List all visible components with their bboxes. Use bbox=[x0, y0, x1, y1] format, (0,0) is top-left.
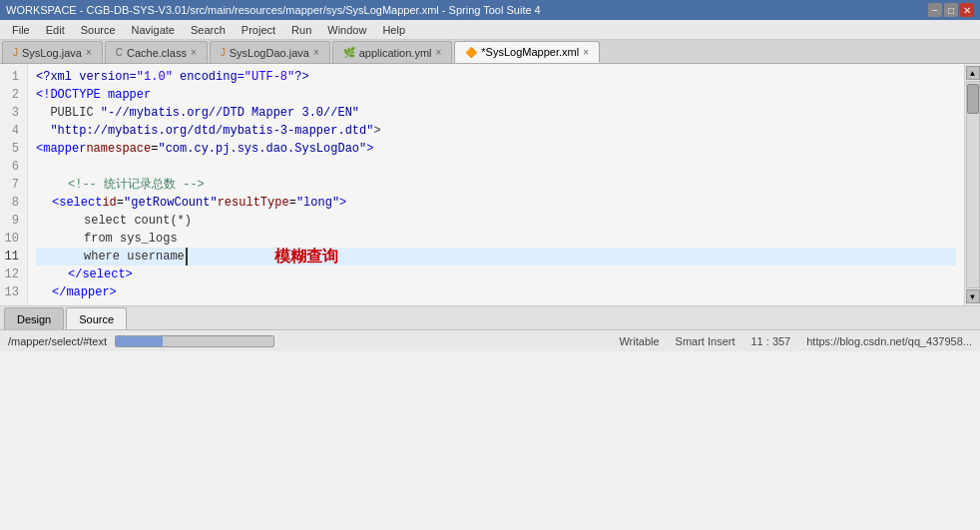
progress-fill bbox=[116, 336, 163, 346]
tab-icon-3: 🌿 bbox=[343, 47, 355, 58]
progress-bar bbox=[115, 335, 274, 347]
tab-label-2: SysLogDao.java bbox=[230, 47, 309, 59]
line-number-5: 5 bbox=[2, 140, 23, 158]
code-line-8: <select id="getRowCount" resultType="lon… bbox=[36, 194, 956, 212]
menu-item-run[interactable]: Run bbox=[283, 22, 319, 38]
tab-label-1: Cache.class bbox=[127, 47, 187, 59]
tab-syslogdao-java[interactable]: JSysLogDao.java× bbox=[210, 41, 330, 63]
tab-syslog-java[interactable]: JSysLog.java× bbox=[2, 41, 103, 63]
line-number-7: 7 bbox=[2, 176, 23, 194]
scroll-up-button[interactable]: ▲ bbox=[966, 66, 980, 80]
line-number-1: 1 bbox=[2, 68, 23, 86]
maximize-button[interactable]: □ bbox=[944, 3, 958, 17]
code-line-6 bbox=[36, 158, 956, 176]
line-number-8: 8 bbox=[2, 194, 23, 212]
status-url: https://blog.csdn.net/qq_437958... bbox=[806, 335, 972, 347]
line-number-6: 6 bbox=[2, 158, 23, 176]
code-line-11: where username 模糊查询 bbox=[36, 248, 956, 265]
tab-label-4: *SysLogMapper.xml bbox=[481, 46, 579, 58]
bottom-tabs: DesignSource bbox=[0, 305, 980, 329]
code-line-12: </select> bbox=[36, 265, 956, 283]
tab-label-3: application.yml bbox=[359, 47, 432, 59]
line-number-3: 3 bbox=[2, 104, 23, 122]
scroll-down-button[interactable]: ▼ bbox=[966, 289, 980, 303]
menu-item-navigate[interactable]: Navigate bbox=[124, 22, 183, 38]
title-text: WORKSPACE - CGB-DB-SYS-V3.01/src/main/re… bbox=[6, 4, 541, 16]
tab-application-yml[interactable]: 🌿application.yml× bbox=[332, 41, 453, 63]
status-position: 11 : 357 bbox=[750, 335, 790, 347]
menu-item-window[interactable]: Window bbox=[319, 22, 374, 38]
tab-bar: JSysLog.java×CCache.class×JSysLogDao.jav… bbox=[0, 40, 980, 64]
scroll-thumb[interactable] bbox=[967, 84, 979, 114]
tab-label-0: SysLog.java bbox=[22, 47, 82, 59]
menu-item-file[interactable]: File bbox=[4, 22, 38, 38]
close-button[interactable]: ✕ bbox=[960, 3, 974, 17]
code-line-5: <mapper namespace="com.cy.pj.sys.dao.Sys… bbox=[36, 140, 956, 158]
status-path: /mapper/select/#text bbox=[8, 335, 107, 347]
menu-bar: FileEditSourceNavigateSearchProjectRunWi… bbox=[0, 20, 980, 40]
tab-cache-class[interactable]: CCache.class× bbox=[105, 41, 208, 63]
line-number-11: 11 bbox=[2, 248, 23, 265]
bottom-tab-design[interactable]: Design bbox=[4, 307, 64, 329]
editor-main: 12345678910111213 <?xml version="1.0" en… bbox=[0, 64, 980, 305]
menu-item-search[interactable]: Search bbox=[183, 22, 234, 38]
code-line-1: <?xml version="1.0" encoding="UTF-8"?> bbox=[36, 68, 956, 86]
menu-item-edit[interactable]: Edit bbox=[38, 22, 73, 38]
tab-icon-2: J bbox=[221, 47, 226, 58]
menu-item-source[interactable]: Source bbox=[73, 22, 124, 38]
vertical-scrollbar[interactable]: ▲ ▼ bbox=[964, 64, 980, 305]
code-line-7: <!-- 统计记录总数 --> bbox=[36, 176, 956, 194]
title-bar: WORKSPACE - CGB-DB-SYS-V3.01/src/main/re… bbox=[0, 0, 980, 20]
scroll-track bbox=[966, 81, 980, 288]
line-number-13: 13 bbox=[2, 283, 23, 301]
tab-close-1[interactable]: × bbox=[191, 47, 197, 58]
tab-close-2[interactable]: × bbox=[313, 47, 319, 58]
annotation-text: 模糊查询 bbox=[274, 248, 338, 265]
line-number-2: 2 bbox=[2, 86, 23, 104]
tab-close-0[interactable]: × bbox=[86, 47, 92, 58]
status-right: Writable Smart Insert 11 : 357 https://b… bbox=[619, 335, 972, 347]
editor-body: 12345678910111213 <?xml version="1.0" en… bbox=[0, 64, 980, 305]
code-area[interactable]: <?xml version="1.0" encoding="UTF-8"?><!… bbox=[28, 64, 964, 305]
tab-close-4[interactable]: × bbox=[583, 47, 589, 58]
code-line-10: from sys_logs bbox=[36, 230, 956, 248]
bottom-tab-source[interactable]: Source bbox=[66, 307, 127, 329]
code-line-2: <!DOCTYPE mapper bbox=[36, 86, 956, 104]
code-line-13: </mapper> bbox=[36, 283, 956, 301]
tab-icon-0: J bbox=[13, 47, 18, 58]
minimize-button[interactable]: − bbox=[928, 3, 942, 17]
tab--syslogmapper-xml[interactable]: 🔶*SysLogMapper.xml× bbox=[454, 41, 600, 63]
status-left: /mapper/select/#text bbox=[8, 335, 274, 347]
line-number-9: 9 bbox=[2, 212, 23, 230]
tab-icon-1: C bbox=[116, 47, 123, 58]
code-line-4: "http://mybatis.org/dtd/mybatis-3-mapper… bbox=[36, 122, 956, 140]
line-number-10: 10 bbox=[2, 230, 23, 248]
line-number-4: 4 bbox=[2, 122, 23, 140]
code-line-9: select count(*) bbox=[36, 212, 956, 230]
tab-icon-4: 🔶 bbox=[465, 47, 477, 58]
status-bar: /mapper/select/#text Writable Smart Inse… bbox=[0, 329, 980, 351]
status-insert: Smart Insert bbox=[676, 335, 735, 347]
menu-item-help[interactable]: Help bbox=[374, 22, 413, 38]
tab-close-3[interactable]: × bbox=[436, 47, 442, 58]
line-number-12: 12 bbox=[2, 265, 23, 283]
window-controls: − □ ✕ bbox=[928, 3, 974, 17]
status-mode: Writable bbox=[619, 335, 659, 347]
code-line-3: PUBLIC "-//mybatis.org//DTD Mapper 3.0//… bbox=[36, 104, 956, 122]
menu-item-project[interactable]: Project bbox=[234, 22, 283, 38]
line-numbers: 12345678910111213 bbox=[0, 64, 28, 305]
